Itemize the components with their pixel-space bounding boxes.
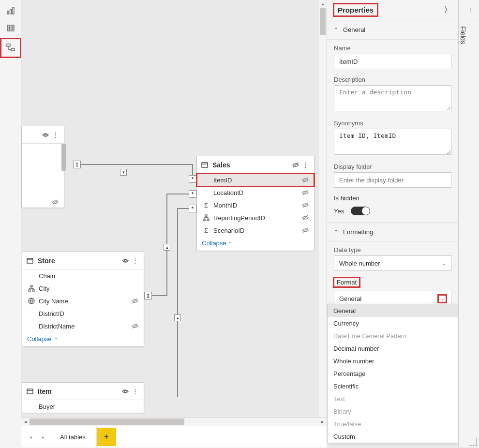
relationship-line[interactable]: [152, 295, 167, 296]
fullscreen-icon[interactable]: [469, 438, 477, 446]
field-label: LocationID: [210, 189, 300, 196]
table-card-item[interactable]: Item ⋮ Buyer: [22, 382, 144, 413]
synonyms-input[interactable]: item ID, ItemID: [334, 129, 451, 155]
field-row[interactable]: DistrictID: [22, 307, 144, 320]
field-row[interactable]: City: [22, 282, 144, 295]
display-folder-label: Display folder: [334, 163, 451, 170]
table-header[interactable]: Item ⋮: [22, 383, 144, 400]
table-title: Store: [38, 257, 120, 265]
card-scrollbar[interactable]: [61, 144, 66, 171]
collapse-link[interactable]: Collapse⌃: [197, 237, 314, 251]
collapse-panel-icon[interactable]: 〉: [444, 5, 451, 15]
panel-title: Properties: [334, 4, 377, 16]
hidden-icon[interactable]: [291, 162, 300, 168]
hidden-icon[interactable]: [300, 214, 310, 221]
svg-point-10: [45, 134, 46, 136]
relationship-line[interactable]: [81, 164, 193, 165]
format-option[interactable]: Decimal number: [328, 342, 458, 355]
hidden-icon[interactable]: [300, 189, 310, 196]
field-row[interactable]: LocationID: [197, 186, 314, 199]
field-label: Chain: [36, 272, 140, 280]
is-hidden-toggle[interactable]: [351, 207, 370, 215]
name-input[interactable]: [334, 54, 451, 69]
field-row[interactable]: Σ MonthID: [197, 199, 314, 211]
sigma-icon: Σ: [202, 202, 210, 209]
data-type-select[interactable]: Whole number ⌄: [334, 255, 451, 271]
table-header[interactable]: Sales ⋮: [197, 156, 314, 174]
svg-rect-1: [10, 9, 11, 14]
more-icon[interactable]: ⋮: [300, 161, 310, 168]
description-label: Description: [334, 76, 451, 83]
field-row[interactable]: DistrictName: [22, 320, 144, 332]
scroll-right-icon[interactable]: ▸: [318, 418, 327, 426]
format-option[interactable]: Scientific: [328, 380, 458, 392]
visibility-icon[interactable]: [120, 257, 130, 264]
scrollbar-thumb[interactable]: [320, 8, 326, 35]
visibility-icon[interactable]: [41, 132, 50, 138]
scroll-up-arrow-icon[interactable]: ▴: [319, 0, 327, 8]
expand-fields-icon[interactable]: 〈: [459, 0, 479, 20]
view-rail: [0, 0, 21, 448]
svg-point-34: [124, 390, 126, 392]
format-option[interactable]: General: [328, 304, 458, 317]
table-icon: [26, 257, 34, 265]
report-view-button[interactable]: [4, 4, 17, 17]
format-label: Format: [334, 278, 359, 287]
svg-rect-26: [30, 285, 32, 287]
hierarchy-icon: [27, 285, 36, 292]
svg-rect-12: [202, 163, 208, 167]
format-dropdown[interactable]: GeneralCurrencyDateTime General PatternD…: [327, 304, 458, 443]
section-formatting[interactable]: ⌃ Formatting: [327, 222, 458, 241]
tab-scroll-left[interactable]: ◂: [24, 426, 37, 448]
table-card-sales[interactable]: Sales ⋮ ItemID LocationID Σ MonthID Repo…: [196, 156, 314, 251]
field-label: City: [36, 285, 140, 292]
relationship-line[interactable]: [177, 208, 178, 397]
model-view-button[interactable]: [1, 39, 20, 57]
hidden-icon[interactable]: [300, 227, 310, 234]
chevron-down-icon: ⌄: [442, 261, 446, 266]
field-row[interactable]: Σ ScenarioID: [197, 224, 314, 237]
description-input[interactable]: [334, 85, 451, 111]
field-row[interactable]: Chain: [22, 269, 144, 282]
scroll-left-icon[interactable]: ◂: [21, 418, 30, 426]
svg-rect-20: [207, 219, 209, 221]
field-row[interactable]: ReportingPeriodID: [197, 211, 314, 224]
chevron-down-icon: ⌄: [438, 295, 446, 302]
hidden-icon[interactable]: [130, 298, 140, 304]
hidden-icon[interactable]: [300, 202, 310, 209]
format-option[interactable]: Percentage: [328, 367, 458, 380]
field-label: ScenarioID: [210, 227, 300, 234]
table-card-cropped[interactable]: ⋮: [21, 126, 64, 208]
add-layout-tab[interactable]: +: [97, 428, 116, 446]
display-folder-input[interactable]: [334, 172, 451, 188]
hidden-icon[interactable]: [300, 177, 310, 183]
scrollbar-thumb[interactable]: [30, 418, 184, 425]
visibility-icon[interactable]: [120, 388, 130, 395]
tab-scroll-right[interactable]: ▸: [37, 426, 49, 448]
format-option[interactable]: Whole number: [328, 355, 458, 367]
svg-rect-9: [11, 48, 15, 51]
model-canvas[interactable]: ▴ ⋮ 1 ▾ * 1 ▴ * ▴ * S: [21, 0, 327, 417]
field-label: DistrictID: [36, 310, 140, 317]
field-row[interactable]: Buyer: [22, 400, 144, 413]
section-general[interactable]: ⌃ General: [327, 20, 458, 40]
table-header[interactable]: Store ⋮: [22, 252, 144, 269]
field-row[interactable]: City Name: [22, 295, 144, 307]
more-icon[interactable]: ⋮: [130, 388, 140, 395]
collapse-link[interactable]: Collapse⌃: [22, 332, 144, 346]
layout-tab-all-tables[interactable]: All tables: [49, 426, 97, 448]
table-title: Item: [38, 388, 120, 395]
fields-pane-collapsed[interactable]: 〈 Fields: [459, 0, 479, 447]
sigma-icon: Σ: [202, 227, 210, 234]
data-view-button[interactable]: [4, 21, 17, 35]
chevron-up-icon: ⌃: [334, 229, 338, 235]
canvas-vertical-scrollbar[interactable]: ▴: [319, 0, 327, 417]
format-option[interactable]: Currency: [328, 317, 458, 329]
field-row-itemid[interactable]: ItemID: [197, 174, 314, 186]
more-icon[interactable]: ⋮: [50, 131, 60, 138]
format-option[interactable]: Custom: [328, 430, 458, 443]
table-card-store[interactable]: Store ⋮ Chain City City Name DistrictID …: [22, 252, 144, 347]
more-icon[interactable]: ⋮: [130, 257, 140, 264]
canvas-horizontal-scrollbar[interactable]: ◂ ▸: [21, 418, 327, 426]
hidden-icon[interactable]: [130, 323, 140, 329]
